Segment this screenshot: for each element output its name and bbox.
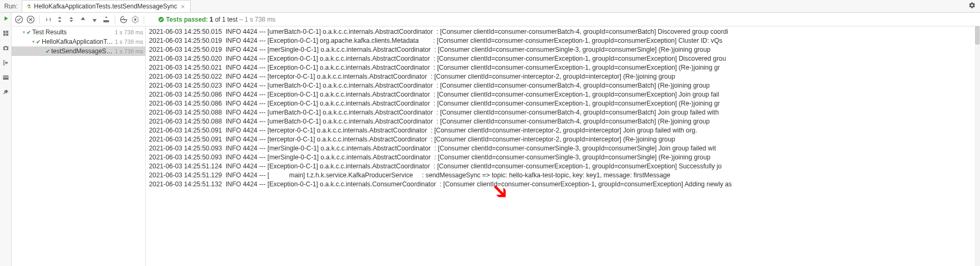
svg-point-2 <box>134 18 136 21</box>
expand-all-icon[interactable] <box>55 15 64 24</box>
console-line: 2021-06-03 14:25:50.020 INFO 4424 --- [E… <box>149 54 980 63</box>
tree-time: 1 s 738 ms <box>115 48 145 54</box>
test-tree: ▾ ✔ Test Results 1 s 738 ms ▾ ✔ HelloKaf… <box>12 26 146 266</box>
collapse-all-icon[interactable] <box>67 15 76 24</box>
tree-label: HelloKafkaApplicationTests <box>42 38 115 45</box>
structure-icon[interactable] <box>2 30 10 37</box>
console-line: 2021-06-03 14:25:50.015 INFO 4424 --- [u… <box>149 27 980 36</box>
pin-icon[interactable] <box>2 89 10 96</box>
chevron-down-icon: ▾ <box>31 39 36 44</box>
console-line: 2021-06-03 14:25:50.023 INFO 4424 --- [u… <box>149 81 980 90</box>
separator <box>144 15 144 24</box>
tree-node-root[interactable]: ▾ ✔ Test Results 1 s 738 ms <box>12 27 145 37</box>
separator <box>39 15 40 24</box>
chevron-down-icon: ▾ <box>21 30 26 35</box>
tree-time: 1 s 738 ms <box>115 39 145 45</box>
console-line: 2021-06-03 14:25:51.124 INFO 4424 --- [E… <box>149 162 980 171</box>
tab-bar: Run: ⚗ HelloKafkaApplicationTests.testSe… <box>0 0 980 13</box>
console-line: 2021-06-03 14:25:50.022 INFO 4424 --- [t… <box>149 72 980 81</box>
console-line: 2021-06-03 14:25:50.019 INFO 4424 --- [m… <box>149 45 980 54</box>
console-line: 2021-06-03 14:25:50.091 INFO 4424 --- [t… <box>149 135 980 144</box>
console-line: 2021-06-03 14:25:51.129 INFO 4424 --- [ … <box>149 171 980 180</box>
console-line: 2021-06-03 14:25:50.091 INFO 4424 --- [t… <box>149 126 980 135</box>
tree-node-class[interactable]: ▾ ✔ HelloKafkaApplicationTests 1 s 738 m… <box>12 37 145 46</box>
history-icon[interactable] <box>119 15 128 24</box>
show-failed-icon[interactable] <box>26 15 35 24</box>
status-pass-count: 1 <box>210 16 213 23</box>
scroll-thumb[interactable] <box>975 26 979 44</box>
check-icon: ✔ <box>45 48 50 55</box>
rerun-icon[interactable] <box>2 15 10 22</box>
status-pass-label: Tests passed: <box>166 16 208 23</box>
console-line: 2021-06-03 14:25:50.093 INFO 4424 --- [m… <box>149 153 980 162</box>
up-icon[interactable] <box>79 15 87 24</box>
run-tab[interactable]: ⚗ HelloKafkaApplicationTests.testSendMes… <box>22 0 190 12</box>
flask-icon: ⚗ <box>26 4 31 10</box>
gear-icon[interactable] <box>968 2 976 9</box>
console-output[interactable]: 2021-06-03 14:25:50.015 INFO 4424 --- [u… <box>146 26 980 266</box>
exit-icon[interactable] <box>2 59 10 66</box>
test-toolbar: Tests passed: 1 of 1 test – 1 s 738 ms <box>12 13 980 26</box>
gutter-toolbar <box>0 13 12 266</box>
console-line: 2021-06-03 14:25:50.021 INFO 4424 --- [E… <box>149 63 980 72</box>
check-icon: ✔ <box>26 29 31 36</box>
tree-node-method[interactable]: ✔ testSendMessageSync() 1 s 738 ms <box>12 46 145 56</box>
sort-icon[interactable] <box>44 15 52 24</box>
down-icon[interactable] <box>90 15 99 24</box>
separator <box>115 15 115 24</box>
tree-label: Test Results <box>32 28 115 36</box>
export-icon[interactable] <box>102 15 110 24</box>
console-line: 2021-06-03 14:25:50.088 INFO 4424 --- [u… <box>149 117 980 126</box>
status-total: of 1 test <box>215 16 238 23</box>
test-status: Tests passed: 1 of 1 test – 1 s 738 ms <box>158 16 276 23</box>
console-line: 2021-06-03 14:25:50.086 INFO 4424 --- [E… <box>149 99 980 108</box>
console-line: 2021-06-03 14:25:50.019 INFO 4424 --- [E… <box>149 36 980 45</box>
console-line: 2021-06-03 14:25:50.086 INFO 4424 --- [E… <box>149 90 980 99</box>
run-label: Run: <box>0 3 22 10</box>
close-icon[interactable]: × <box>180 3 186 11</box>
tab-title: HelloKafkaApplicationTests.testSendMessa… <box>34 3 177 10</box>
settings-icon[interactable] <box>131 15 139 24</box>
check-icon: ✔ <box>36 39 41 45</box>
scrollbar[interactable] <box>975 26 980 266</box>
layout-icon[interactable] <box>2 74 10 81</box>
camera-icon[interactable] <box>2 44 10 52</box>
console-line: 2021-06-03 14:25:50.088 INFO 4424 --- [u… <box>149 108 980 117</box>
console-line: 2021-06-03 14:25:50.093 INFO 4424 --- [m… <box>149 144 980 153</box>
show-passed-icon[interactable] <box>15 15 23 24</box>
tree-time: 1 s 738 ms <box>115 29 145 35</box>
tree-label: testSendMessageSync() <box>51 48 115 55</box>
status-time: – 1 s 738 ms <box>239 16 276 23</box>
console-line: 2021-06-03 14:25:51.132 INFO 4424 --- [E… <box>149 180 980 189</box>
